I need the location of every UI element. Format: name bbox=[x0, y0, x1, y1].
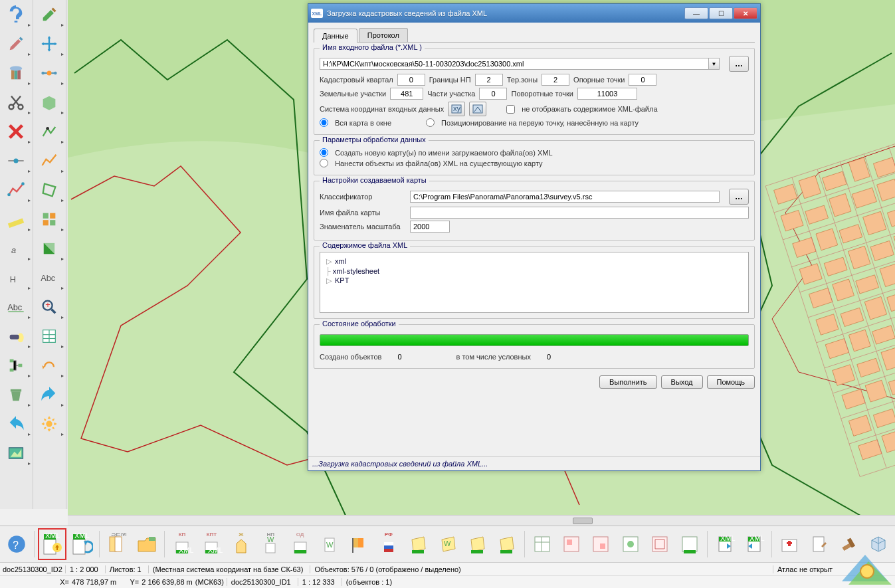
svg-marker-28 bbox=[43, 184, 56, 197]
brush-tool-icon[interactable]: ▸ bbox=[0, 29, 32, 58]
bt-docpen-icon[interactable] bbox=[805, 528, 833, 560]
rotate-tool-icon[interactable]: ▸ bbox=[33, 351, 65, 380]
zoom-tool-icon[interactable]: +▸ bbox=[33, 292, 65, 322]
cut-tool-icon[interactable]: ▸ bbox=[0, 88, 32, 117]
bt-kp-icon[interactable]: КПXML bbox=[168, 528, 196, 560]
bt-xml-import-icon[interactable]: XML bbox=[38, 528, 66, 560]
zem-field[interactable] bbox=[390, 88, 423, 100]
whole-map-radio[interactable] bbox=[320, 118, 328, 127]
bt-np-icon[interactable]: НПW bbox=[256, 528, 284, 560]
classifier-path-field[interactable] bbox=[410, 191, 720, 203]
polygon-tool-icon[interactable]: ▸ bbox=[33, 175, 65, 205]
area-tool-icon[interactable]: ▸ bbox=[33, 88, 65, 117]
minimize-button[interactable]: — bbox=[684, 7, 708, 19]
polyline-tool-icon[interactable]: ▸ bbox=[33, 146, 65, 175]
apply-existing-radio[interactable] bbox=[320, 159, 328, 167]
kvartal-field[interactable] bbox=[397, 74, 425, 86]
bt-plan6-icon[interactable] bbox=[675, 528, 703, 560]
svg-point-41 bbox=[46, 421, 52, 427]
tab-protocol[interactable]: Протокол bbox=[359, 28, 408, 42]
bt-shape3-icon[interactable] bbox=[463, 528, 491, 560]
paint-tool-icon[interactable]: ▸ bbox=[0, 58, 32, 88]
grid-tool-icon[interactable]: ▸ bbox=[33, 205, 65, 234]
undo-tool-icon[interactable]: ▸ bbox=[0, 409, 32, 439]
abc2-tool-icon[interactable]: Abc▸ bbox=[33, 263, 65, 292]
bt-plan1-icon[interactable] bbox=[528, 528, 555, 560]
bt-folder-icon[interactable] bbox=[133, 528, 161, 560]
bt-rf-icon[interactable]: РФ bbox=[375, 528, 403, 560]
bt-medical-icon[interactable] bbox=[775, 528, 803, 560]
horizontal-scrollbar[interactable] bbox=[68, 515, 895, 526]
bt-xml4-icon[interactable]: XML bbox=[740, 528, 768, 560]
trash-tool-icon[interactable]: ▸ bbox=[0, 380, 32, 409]
image-tool-icon[interactable]: ▸ bbox=[0, 439, 32, 468]
bt-plan3-icon[interactable] bbox=[587, 528, 615, 560]
opornye-field[interactable] bbox=[629, 74, 656, 86]
map-file-field[interactable] bbox=[410, 207, 749, 219]
tree-tool-icon[interactable]: ▸ bbox=[0, 351, 32, 380]
bt-help-icon[interactable]: ? bbox=[3, 528, 31, 560]
tree-node-stylesheet[interactable]: xml-stylesheet bbox=[333, 267, 379, 275]
point-tool-icon[interactable]: ▸ bbox=[0, 146, 32, 175]
bt-shape1-icon[interactable] bbox=[404, 528, 432, 560]
bt-xml-export-icon[interactable]: XML bbox=[68, 528, 96, 560]
bt-plan4-icon[interactable] bbox=[617, 528, 645, 560]
help-button[interactable]: Помощь bbox=[707, 375, 755, 389]
edit-tool-icon[interactable]: ▸ bbox=[33, 0, 65, 29]
flashlight-tool-icon[interactable]: ▸ bbox=[0, 322, 32, 351]
table-tool-icon[interactable]: ▸ bbox=[33, 322, 65, 351]
shape-tool-icon[interactable]: ▸ bbox=[33, 234, 65, 263]
help-tool-icon[interactable]: ▸ bbox=[0, 0, 32, 29]
status-objects2: (объектов : 1) bbox=[342, 578, 396, 586]
ruler-tool-icon[interactable]: ▸ bbox=[0, 205, 32, 234]
exit-button[interactable]: Выход bbox=[661, 375, 703, 389]
abc-tool-icon[interactable]: Abc▸ bbox=[0, 292, 32, 322]
browse-classifier-button[interactable]: … bbox=[729, 189, 749, 205]
tree-node-xml[interactable]: xml bbox=[335, 257, 346, 265]
bt-plan5-icon[interactable] bbox=[646, 528, 674, 560]
dialog-titlebar[interactable]: XML Загрузка кадастровых сведений из фай… bbox=[308, 4, 760, 23]
move-tool-icon[interactable]: ▸ bbox=[33, 29, 65, 58]
bt-flag-icon[interactable] bbox=[345, 528, 373, 560]
delete-tool-icon[interactable]: ▸ bbox=[0, 117, 32, 146]
maximize-button[interactable]: ☐ bbox=[709, 7, 733, 19]
run-button[interactable]: Выполнить bbox=[599, 375, 656, 389]
hide-xml-checkbox[interactable] bbox=[506, 105, 515, 114]
bt-shape2-icon[interactable]: W bbox=[433, 528, 461, 560]
text-h-tool-icon[interactable]: H▸ bbox=[0, 263, 32, 292]
bt-doc-w-icon[interactable]: W bbox=[316, 528, 344, 560]
bt-od-icon[interactable]: ОД bbox=[286, 528, 314, 560]
redo-tool-icon[interactable]: ▸ bbox=[33, 380, 65, 409]
xml-import-dialog: XML Загрузка кадастровых сведений из фай… bbox=[308, 3, 761, 471]
bt-zh-icon[interactable]: Ж bbox=[227, 528, 255, 560]
close-button[interactable]: ✕ bbox=[734, 7, 757, 19]
bt-xml3-icon[interactable]: XML bbox=[711, 528, 739, 560]
tree-node-kpt[interactable]: KPT bbox=[335, 276, 349, 284]
pos-first-radio[interactable] bbox=[426, 118, 435, 127]
bt-kpt-icon[interactable]: КПТXML bbox=[197, 528, 225, 560]
line-tool-icon[interactable]: ▸ bbox=[0, 175, 32, 205]
input-file-dropdown-icon[interactable]: ▼ bbox=[709, 58, 720, 70]
create-new-radio[interactable] bbox=[320, 148, 328, 157]
chasti-field[interactable] bbox=[479, 88, 507, 100]
xml-tree[interactable]: ▷xml ├ xml-stylesheet ▷KPT bbox=[320, 252, 749, 313]
gear-tool-icon[interactable]: ▸ bbox=[33, 409, 65, 439]
scale-field[interactable] bbox=[410, 221, 450, 233]
sk-icon1-button[interactable]: xy bbox=[448, 102, 465, 116]
text-a-tool-icon[interactable]: a▸ bbox=[0, 234, 32, 263]
sk-icon2-button[interactable] bbox=[469, 102, 486, 116]
bt-plan2-icon[interactable] bbox=[557, 528, 585, 560]
terzony-field[interactable] bbox=[542, 74, 569, 86]
node-tool-icon[interactable]: ▸ bbox=[33, 58, 65, 88]
tab-data[interactable]: Данные bbox=[314, 29, 357, 43]
classifier-label: Классификатор bbox=[320, 193, 406, 201]
svg-rect-17 bbox=[10, 359, 14, 363]
bt-sem-icon[interactable]: SEM bbox=[103, 528, 131, 560]
bt-shape4-icon[interactable] bbox=[492, 528, 520, 560]
gnp-field[interactable] bbox=[475, 74, 503, 86]
svg-rect-173 bbox=[600, 543, 605, 549]
vertex-tool-icon[interactable]: ▸ bbox=[33, 117, 65, 146]
browse-input-button[interactable]: … bbox=[729, 56, 749, 72]
povor-field[interactable] bbox=[577, 88, 637, 100]
input-file-path[interactable] bbox=[320, 58, 709, 70]
